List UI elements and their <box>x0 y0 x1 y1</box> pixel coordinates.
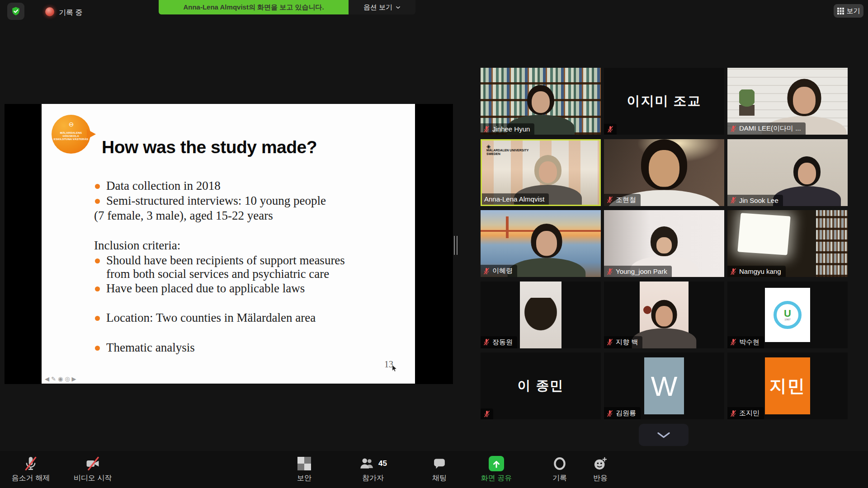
mic-muted-icon <box>483 338 490 346</box>
chat-button[interactable]: 채팅 <box>417 455 462 487</box>
participant-tile-jin-sook-lee[interactable]: Jin Sook Lee <box>727 139 848 206</box>
slide-heading: Inclusion criteria: <box>94 239 180 253</box>
participant-display-name: 이지미 조교 <box>604 68 724 135</box>
participant-tile-namgyu-kang[interactable]: Namgyu kang <box>727 210 848 277</box>
participant-tile-dami-lee[interactable]: DAMI LEE(이다미 ... <box>727 68 848 135</box>
avatar-initial: W <box>644 357 684 414</box>
participant-tile-김원룡[interactable]: W 김원룡 <box>604 352 724 419</box>
collapse-gallery-button[interactable] <box>639 424 689 446</box>
panel-resize-handle[interactable] <box>454 236 458 255</box>
participant-count: 45 <box>378 459 387 468</box>
logo-emblem-icon: ⊖ <box>68 121 75 128</box>
participant-tile-조지민[interactable]: 지민 조지민 <box>727 352 848 419</box>
record-icon <box>553 456 566 471</box>
participant-tile-조현철[interactable]: 조현철 <box>604 139 724 206</box>
reactions-button[interactable]: 반응 <box>578 455 623 487</box>
view-options-button[interactable]: 옵션 보기 <box>349 0 415 14</box>
participant-nametag: 지향 백 <box>604 336 642 348</box>
avatar-name-card: 지민 <box>765 357 810 414</box>
mouse-cursor-icon <box>391 365 398 372</box>
mic-muted-icon <box>730 125 737 132</box>
participant-tile-jinhee-hyun[interactable]: Jinhee Hyun <box>481 68 601 135</box>
slide-bullet: Should have been recipients of support m… <box>95 253 345 267</box>
participant-nametag: 장동원 <box>481 336 517 348</box>
mic-muted-icon <box>483 410 491 418</box>
unmute-button[interactable]: 음소거 해제 <box>5 455 57 487</box>
slide-bullet: Data collection in 2018 <box>95 179 221 193</box>
participant-nametag: 조지민 <box>727 407 764 419</box>
prev-slide-icon[interactable]: ◀ <box>45 375 49 382</box>
participant-nametag: Anna-Lena Almqvist <box>482 193 549 205</box>
screen-watch-banner: Anna-Lena Almqvist의 화면을 보고 있습니다. <box>159 0 349 14</box>
control-circle-icon[interactable]: ◎ <box>65 375 70 382</box>
university-watermark: ◈ MÄLARDALEN UNIVERSITY SWEDEN <box>486 144 528 156</box>
participant-tile-anna-lena-almqvist-speaking[interactable]: ◈ MÄLARDALEN UNIVERSITY SWEDEN Anna-Lena… <box>481 139 601 206</box>
slide-bullet: Location: Two counties in Mälardalen are… <box>95 311 316 325</box>
participant-tile-이혜령[interactable]: 이혜령 <box>481 210 601 277</box>
mic-muted-icon <box>730 268 737 275</box>
participant-tile-장동원[interactable]: 장동원 <box>481 282 601 348</box>
mic-muted-icon <box>606 268 613 275</box>
participant-nametag: 박수현 <box>727 336 764 348</box>
presentation-slide: ⊖ MÄLARDALENS HÖGSKOLA ESKILSTUNA VÄSTER… <box>42 104 415 384</box>
encryption-badge[interactable] <box>7 3 24 20</box>
slide-title: How was the study made? <box>102 137 317 157</box>
mic-muted-icon <box>607 126 614 133</box>
association-logo: U 1967 <box>765 288 810 342</box>
reactions-smiley-icon <box>594 457 607 470</box>
next-slide-icon[interactable]: ▶ <box>72 375 76 382</box>
presenter-controls: ◀ ✎ ◉ ◎ ▶ <box>45 375 76 382</box>
mic-muted-icon <box>730 197 737 204</box>
university-logo: ⊖ MÄLARDALENS HÖGSKOLA ESKILSTUNA VÄSTER… <box>52 115 101 155</box>
participant-nametag: 이혜령 <box>481 265 517 277</box>
logo-text-line2: ESKILSTUNA VÄSTERÅS <box>52 138 90 141</box>
chevron-down-icon <box>657 432 670 438</box>
mic-muted-icon <box>730 410 737 417</box>
participants-icon <box>359 457 376 470</box>
bookshelf <box>816 210 848 277</box>
participants-button[interactable]: 45 참가자 <box>344 455 401 487</box>
participant-tile-이종민[interactable]: 이 종민 <box>481 352 601 419</box>
participant-grid: Jinhee Hyun 이지미 조교 DAMI LEE(이다미 ... ◈ MÄ… <box>481 68 848 419</box>
mic-muted-icon <box>730 338 737 346</box>
participant-nametag: Young_joon Park <box>604 266 672 277</box>
slide-bullet: Thematic analysis <box>95 341 195 355</box>
mic-muted-icon <box>606 196 613 203</box>
mic-muted-icon <box>23 456 38 471</box>
shared-screen-area: ⊖ MÄLARDALENS HÖGSKOLA ESKILSTUNA VÄSTER… <box>5 104 453 384</box>
chat-icon <box>433 457 446 470</box>
participant-nametag: Jin Sook Lee <box>727 195 783 206</box>
shield-icon <box>297 457 311 470</box>
mic-muted-icon <box>606 410 613 417</box>
participant-display-name: 이 종민 <box>481 352 601 419</box>
participant-video <box>520 282 561 348</box>
security-button[interactable]: 보안 <box>282 455 327 487</box>
meeting-toolbar: 음소거 해제 비디오 시작 보안 45 참가자 채팅 화면 공유 <box>0 451 868 488</box>
grid-view-icon <box>837 8 844 14</box>
participant-nametag <box>604 124 617 135</box>
control-circle-icon[interactable]: ◉ <box>58 375 63 382</box>
share-screen-button[interactable]: 화면 공유 <box>474 455 519 487</box>
plant <box>739 89 755 116</box>
mic-muted-icon <box>606 338 613 346</box>
participant-tile-이지미조교[interactable]: 이지미 조교 <box>604 68 724 135</box>
participant-video <box>640 282 689 348</box>
view-button[interactable]: 보기 <box>834 4 863 18</box>
view-button-label: 보기 <box>847 7 860 15</box>
start-video-button[interactable]: 비디오 시작 <box>67 455 118 487</box>
participant-nametag: Namgyu kang <box>727 266 786 277</box>
ceiling-light <box>737 213 791 255</box>
logo-text-line1: MÄLARDALENS HÖGSKOLA <box>52 131 90 138</box>
share-arrow-icon <box>491 458 502 469</box>
pen-tool-icon[interactable]: ✎ <box>51 375 56 382</box>
participant-nametag: 조현철 <box>604 194 641 206</box>
participant-tile-박수현[interactable]: U 1967 박수현 <box>727 282 848 348</box>
participant-tile-young-joon-park[interactable]: Young_joon Park <box>604 210 724 277</box>
mic-muted-icon <box>483 126 490 133</box>
participant-tile-지향백[interactable]: 지향 백 <box>604 282 724 348</box>
shield-check-icon <box>11 6 21 16</box>
slide-bullet: Have been placed due to applicable laws <box>95 282 305 296</box>
record-button[interactable]: 기록 <box>537 455 582 487</box>
participant-nametag: 김원룡 <box>604 407 641 419</box>
participant-video <box>505 223 588 277</box>
